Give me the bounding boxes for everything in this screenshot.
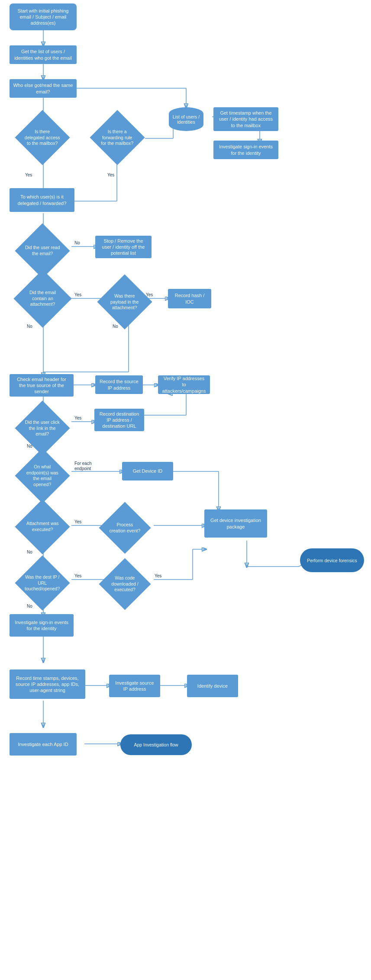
svg-text:Yes: Yes (155, 573, 161, 578)
record-hash-shape: Record hash / IOC (168, 289, 211, 308)
svg-text:Yes: Yes (74, 416, 81, 420)
get-device-pkg-shape: Get device investigation package (204, 509, 267, 538)
investigate-app-shape: Investigate each App ID (10, 733, 77, 756)
attachment-exec-diamond: Attachment was executed? (12, 505, 73, 548)
endpoint-diamond: On what endpoint(s) was the email opened… (12, 454, 73, 497)
svg-text:Yes: Yes (25, 173, 32, 177)
identify-device-shape: Identify device (187, 675, 238, 697)
svg-text:No: No (74, 240, 80, 245)
investigate-signin1-shape: Investigate sign-in events for the ident… (213, 141, 278, 159)
user-read-diamond: Did the user read the email? (12, 229, 73, 272)
code-downloaded-diamond: Was code downloaded / executed? (94, 564, 155, 603)
user-click-diamond: Did the user click the link in the email… (12, 407, 73, 450)
timestamp-shape: Get timestamp when the user / identity h… (213, 107, 278, 131)
svg-text:No: No (27, 550, 32, 554)
payload-diamond: Was there payload in the attachment? (94, 280, 155, 323)
who-else-shape: Who else got/read the same email? (10, 79, 77, 98)
app-investigation-shape: App Investigation flow (120, 734, 192, 755)
svg-text:For each: For each (74, 461, 91, 466)
stop-remove-shape: Stop / Remove the user / identity off th… (95, 236, 152, 258)
svg-text:Yes: Yes (74, 573, 81, 578)
perform-forensics-shape: Perform device forensics (300, 548, 364, 572)
flowchart-diagram: Yes Yes No No Yes Yes No (0, 0, 371, 980)
dest-ip-diamond: Was the dest IP / URL touched/opened? (12, 561, 73, 605)
verify-ip-shape: Verify IP addresses to attackers/campaig… (158, 375, 210, 394)
attachment-diamond: Did the email contain an attachment? (12, 276, 73, 321)
record-source-ip-shape: Record the source IP address (95, 375, 143, 394)
process-creation-diamond: Process creation event? (94, 508, 155, 547)
get-list-shape: Get the list of users / identities who g… (10, 45, 77, 64)
record-timestamps-shape: Record time stamps, devices, source IP a… (10, 669, 85, 699)
investigate-signin2-shape: Investigate sign-in events for the ident… (10, 614, 74, 637)
svg-text:No: No (27, 324, 32, 329)
start-shape: Start with initial phishing email / Subj… (10, 3, 77, 30)
forwarding-diamond: Is there a forwarding rule for the mailb… (86, 116, 148, 159)
svg-text:endpoint: endpoint (74, 466, 91, 471)
record-dest-shape: Record destination IP address / destinat… (94, 409, 144, 431)
delegated-to-shape: To which user(s) is it delegated / forwa… (10, 188, 74, 212)
get-device-id-shape: Get Device ID (122, 462, 173, 480)
svg-text:Yes: Yes (74, 519, 81, 524)
delegated-diamond: Is there delegated access to the mailbox… (12, 116, 73, 159)
svg-text:Yes: Yes (107, 173, 114, 177)
svg-text:Yes: Yes (74, 292, 81, 297)
investigate-source-ip-shape: Investigate source IP address (109, 675, 160, 697)
list-users-cylinder: List of users / identities (169, 107, 203, 131)
check-header-shape: Check email header for the true source o… (10, 374, 74, 397)
svg-text:No: No (113, 324, 118, 329)
